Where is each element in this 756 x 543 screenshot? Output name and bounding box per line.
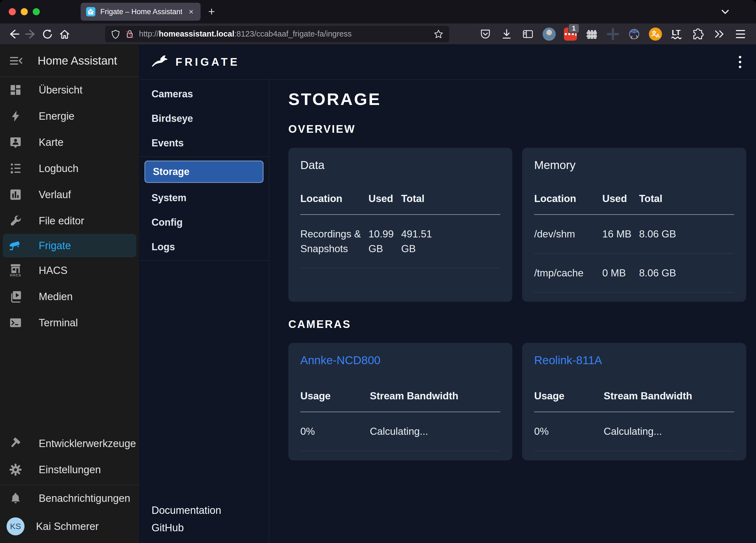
toolbar-extensions: 1 A LT <box>478 27 751 41</box>
sidebar-item-entwicklerwerkzeuge[interactable]: Entwicklerwerkzeuge <box>0 430 139 457</box>
frigate-nav-cameras[interactable]: Cameras <box>139 82 269 106</box>
disabled-extension-icon[interactable] <box>606 27 620 41</box>
cell-used: 16 MB <box>602 227 639 242</box>
sidebar-profile[interactable]: KS Kai Schmerer <box>0 511 139 541</box>
cell-total: 8.06 GB <box>639 227 734 242</box>
memory-storage-card: Memory Location Used Total /dev/shm 16 M… <box>522 148 746 302</box>
languagetool-icon[interactable]: LT <box>669 27 684 41</box>
col-usage: Usage <box>300 390 370 402</box>
kebab-menu-icon[interactable] <box>736 54 744 70</box>
home-button[interactable] <box>56 26 73 42</box>
frigate-nav-config[interactable]: Config <box>139 210 269 235</box>
documentation-link[interactable]: Documentation <box>152 502 269 519</box>
sidebar-item-einstellungen[interactable]: Einstellungen <box>0 457 139 483</box>
reload-button[interactable] <box>39 26 56 42</box>
sidebar-item-label: Terminal <box>39 317 78 329</box>
github-link[interactable]: GitHub <box>152 519 269 536</box>
table-row: 0% Calculating... <box>300 412 500 451</box>
browser-window: Frigate – Home Assistant × + http://hom <box>0 0 756 543</box>
url-text[interactable]: http://homeassistant.local:8123/ccab4aaf… <box>139 29 429 38</box>
list-tabs-chevron-icon[interactable] <box>719 5 731 18</box>
sidebar-item-frigate[interactable]: Frigate <box>3 234 136 257</box>
hammer-icon <box>9 437 22 450</box>
frigate-nav-events[interactable]: Events <box>139 131 269 155</box>
table-row: Recordings & Snapshots 10.99 GB 491.51 G… <box>300 215 500 268</box>
account-avatar[interactable] <box>542 27 557 41</box>
svg-text:LT: LT <box>672 28 681 37</box>
minimize-window-button[interactable] <box>21 8 28 15</box>
table-row: 0% Calculating... <box>534 412 734 451</box>
frigate-brand: FRIGATE <box>151 55 240 70</box>
sidebar-item-label: HACS <box>39 265 68 276</box>
cell-location: /dev/shm <box>534 227 602 242</box>
frigate-nav-system[interactable]: System <box>139 186 269 210</box>
back-button[interactable] <box>5 26 22 42</box>
overview-cards: Data Location Used Total Recordings & Sn… <box>288 148 746 302</box>
tracking-protection-shield-icon[interactable] <box>111 29 120 39</box>
sidebar-item-file-editor[interactable]: File editor <box>0 208 139 234</box>
cameras-heading: CAMERAS <box>288 318 746 330</box>
translate-page-icon[interactable]: A <box>648 27 663 41</box>
sidebar-item-label: Karte <box>39 137 63 148</box>
lightning-icon <box>9 109 22 123</box>
pocket-icon[interactable] <box>478 27 493 41</box>
close-window-button[interactable] <box>9 8 16 15</box>
ha-sidebar: Home Assistant Übersicht Energie Karte L… <box>0 45 139 543</box>
sidebar-item-benachrichtigungen[interactable]: Benachrichtigungen 1 <box>0 485 139 511</box>
chart-icon <box>9 188 22 201</box>
frigate-main: STORAGE OVERVIEW Data Location Used Tota… <box>269 80 756 543</box>
frigate-nav: Cameras Birdseye Events Storage System C… <box>139 80 269 543</box>
password-manager-extension-icon[interactable]: 1 <box>563 27 578 41</box>
sidebar-spacer <box>0 336 139 430</box>
camera-table: Usage Stream Bandwidth 0% Calculating... <box>300 390 500 451</box>
frigate-panel: FRIGATE Cameras Birdseye Events Storage … <box>139 45 756 543</box>
cell-total: 8.06 GB <box>639 266 734 280</box>
card-title: Memory <box>534 159 734 172</box>
col-used: Used <box>368 193 401 204</box>
menu-hamburger-icon[interactable] <box>733 27 748 41</box>
sidebar-collapse-icon[interactable] <box>9 54 23 68</box>
close-tab-icon[interactable]: × <box>187 7 195 16</box>
avatar: KS <box>7 517 25 535</box>
translate-globe-icon[interactable] <box>627 27 642 41</box>
sidebar-item-label: Benachrichtigungen <box>39 493 130 504</box>
downloads-icon[interactable] <box>499 27 514 41</box>
sidebar-item-uebersicht[interactable]: Übersicht <box>0 77 139 103</box>
new-tab-button[interactable]: + <box>208 5 215 18</box>
insecure-lock-icon[interactable] <box>125 29 135 39</box>
browser-tab[interactable]: Frigate – Home Assistant × <box>81 3 201 21</box>
sidebar-item-label: Medien <box>39 291 73 303</box>
bookmark-star-icon[interactable] <box>433 29 444 39</box>
home-assistant-favicon <box>86 7 95 16</box>
sidebar-item-hacs[interactable]: HACS HACS <box>0 257 139 283</box>
url-bar[interactable]: http://homeassistant.local:8123/ccab4aaf… <box>105 26 449 42</box>
sidebar-item-terminal[interactable]: Terminal <box>0 310 139 336</box>
frigate-nav-storage[interactable]: Storage <box>144 161 264 183</box>
sidebar-item-medien[interactable]: Medien <box>0 283 139 310</box>
overflow-chevron-icon[interactable] <box>712 27 727 41</box>
sidebar-item-karte[interactable]: Karte <box>0 129 139 155</box>
camera-name-link[interactable]: Reolink-811A <box>534 354 734 367</box>
sidebar-toggle-icon[interactable] <box>521 27 535 41</box>
memory-table: Location Used Total /dev/shm 16 MB 8.06 … <box>534 193 734 292</box>
extensions-puzzle-icon[interactable] <box>691 27 705 41</box>
col-location: Location <box>534 193 602 204</box>
sidebar-item-energie[interactable]: Energie <box>0 103 139 129</box>
sidebar-item-label: Energie <box>39 110 74 122</box>
cell-usage: 0% <box>300 424 370 439</box>
nav-divider <box>139 156 269 157</box>
camera-name-link[interactable]: Annke-NCD800 <box>300 354 500 367</box>
wrench-icon <box>9 214 22 228</box>
fence-extension-icon[interactable] <box>584 27 599 41</box>
forward-button[interactable] <box>22 26 39 42</box>
sidebar-item-verlauf[interactable]: Verlauf <box>0 182 139 208</box>
sidebar-item-logbuch[interactable]: Logbuch <box>0 155 139 182</box>
hacs-icon-text: HACS <box>10 273 21 277</box>
frigate-bird-logo <box>151 55 168 70</box>
browser-toolbar: http://homeassistant.local:8123/ccab4aaf… <box>0 23 756 45</box>
badge-account-icon <box>9 135 22 149</box>
cell-location: /tmp/cache <box>534 266 602 280</box>
frigate-nav-birdseye[interactable]: Birdseye <box>139 106 269 131</box>
zoom-window-button[interactable] <box>33 8 40 15</box>
frigate-nav-logs[interactable]: Logs <box>139 235 269 259</box>
